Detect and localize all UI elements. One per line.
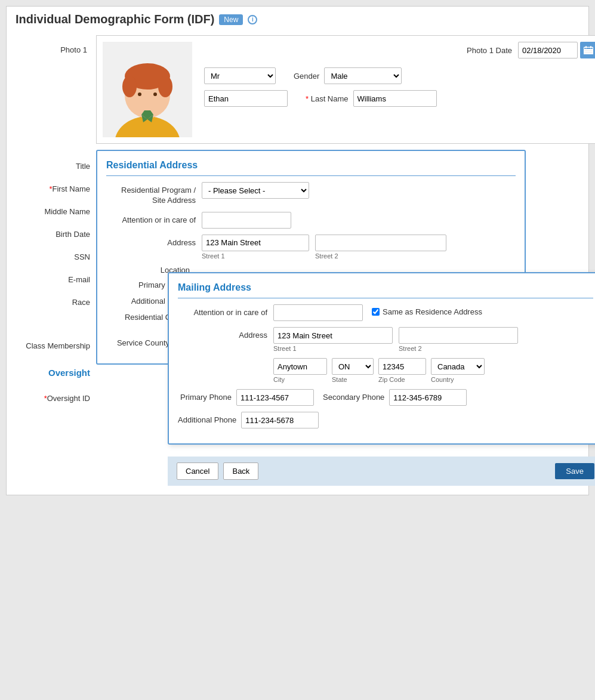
attention-label: Attention or in care of	[106, 212, 196, 226]
additional-phone-label: Additional Phone	[178, 415, 236, 425]
back-button[interactable]: Back	[223, 462, 258, 480]
country-select[interactable]: Canada USA Other	[431, 358, 485, 375]
mailing-street2-sub: Street 2	[399, 345, 518, 352]
first-name-label: * First Name	[16, 177, 96, 200]
last-name-input[interactable]: Williams	[353, 90, 437, 107]
secondary-phone-group: Secondary Phone 112-345-6789	[323, 389, 467, 406]
race-label: Race	[16, 291, 96, 313]
primary-phone-label: Primary Phone	[178, 393, 232, 403]
class-membership-label: Class Membership	[16, 331, 96, 361]
info-icon[interactable]: i	[248, 15, 257, 24]
zip-input[interactable]: 12345	[378, 358, 426, 375]
attention-input[interactable]	[202, 212, 291, 229]
date-field-wrapper: 02/18/2020	[518, 42, 595, 58]
svg-point-5	[122, 76, 137, 97]
page-container: Individual Demographic Form (IDF) New i …	[6, 6, 589, 495]
same-as-residence-label: Same as Residence Address	[383, 307, 482, 316]
main-area: Photo 1 Date 02/18/2020	[96, 35, 595, 486]
additional-phone-group: Additional Phone 111-234-5678	[178, 412, 319, 428]
svg-rect-16	[590, 46, 591, 48]
photo-area[interactable]	[103, 42, 192, 137]
country-sub-label: Country	[431, 376, 485, 383]
address-label: Address	[106, 235, 196, 248]
program-label: Residential Program / Site Address	[106, 182, 196, 206]
mailing-attention-row: Attention or in care of Same as Residenc…	[178, 304, 593, 321]
oversight-id-label: * Oversight ID	[16, 384, 96, 414]
oversight-section-label: Oversight	[16, 361, 96, 384]
gender-label: Gender	[294, 72, 319, 81]
svg-point-6	[158, 76, 172, 97]
secondary-phone-label: Secondary Phone	[323, 393, 384, 403]
phone-row2: Additional Phone 111-234-5678	[178, 412, 593, 428]
title-select[interactable]: Mr Mrs Ms Dr	[204, 67, 276, 84]
mailing-address-label: Address	[178, 327, 267, 341]
phone-row1: Primary Phone 111-123-4567 Secondary Pho…	[178, 389, 593, 406]
calendar-button[interactable]	[580, 42, 595, 58]
address-row: Address 123 Main Street Street 1 Street …	[106, 235, 516, 260]
residential-street1-input[interactable]: 123 Main Street	[202, 235, 309, 251]
mailing-address-title: Mailing Address	[178, 282, 593, 298]
first-name-input[interactable]: Ethan	[204, 90, 288, 107]
title-label: Title	[16, 155, 96, 177]
bottom-bar: Cancel Back Save	[168, 457, 595, 486]
last-name-label: * Last Name	[306, 94, 349, 103]
left-sidebar: Photo 1 Title * First Name Middle Name B…	[16, 35, 96, 486]
svg-point-7	[138, 92, 141, 96]
page-title-area: Individual Demographic Form (IDF) New i	[16, 13, 579, 26]
street1-sub-label: Street 1	[202, 252, 309, 260]
primary-phone-group: Primary Phone 111-123-4567	[178, 389, 314, 406]
photo-date-label: Photo 1 Date	[467, 46, 512, 55]
page-title: Individual Demographic Form (IDF)	[16, 13, 214, 26]
primary-phone-input[interactable]: 111-123-4567	[236, 389, 314, 406]
additional-phone-input[interactable]: 111-234-5678	[241, 412, 319, 428]
mailing-street1-sub: Street 1	[273, 345, 393, 352]
state-select[interactable]: ON AB BC QC	[332, 358, 374, 375]
cancel-button[interactable]: Cancel	[177, 462, 218, 480]
mailing-address-panel: Mailing Address Attention or in care of …	[168, 272, 595, 445]
residential-address-title: Residential Address	[106, 160, 516, 176]
mailing-attention-label: Attention or in care of	[178, 304, 267, 318]
city-input[interactable]: Anytown	[273, 358, 327, 375]
street2-sub-label: Street 2	[315, 252, 446, 260]
svg-rect-15	[585, 46, 587, 48]
zip-sub-label: Zip Code	[378, 376, 426, 383]
photo1-label: Photo 1	[16, 41, 93, 55]
middle-name-label: Middle Name	[16, 200, 96, 223]
svg-point-8	[153, 92, 157, 96]
new-badge: New	[219, 14, 243, 25]
save-button[interactable]: Save	[555, 463, 594, 479]
birth-date-label: Birth Date	[16, 223, 96, 245]
city-state-zip-row: Anytown City ON AB BC QC State	[178, 358, 593, 383]
same-as-residence-wrapper: Same as Residence Address	[372, 307, 482, 316]
right-fields: Photo 1 Date 02/18/2020	[204, 42, 595, 137]
mailing-street1-input[interactable]: 123 Main Street	[273, 327, 393, 344]
mailing-attention-input[interactable]	[273, 304, 363, 321]
mailing-street2-input[interactable]	[399, 327, 518, 344]
state-sub-label: State	[332, 376, 374, 383]
residential-street2-input[interactable]	[315, 235, 446, 251]
ssn-label: SSN	[16, 245, 96, 268]
program-select[interactable]: - Please Select -	[202, 182, 309, 199]
svg-rect-14	[584, 49, 593, 54]
mailing-address-row: Address 123 Main Street Street 1 Street …	[178, 327, 593, 352]
same-as-residence-checkbox[interactable]	[372, 308, 380, 316]
photo-date-input[interactable]: 02/18/2020	[518, 42, 578, 58]
gender-select[interactable]: Male Female Other	[324, 67, 402, 84]
attention-row: Attention or in care of	[106, 212, 516, 229]
email-label: E-mail	[16, 268, 96, 291]
city-sub-label: City	[273, 376, 327, 383]
program-row: Residential Program / Site Address - Ple…	[106, 182, 516, 206]
secondary-phone-input[interactable]: 112-345-6789	[389, 389, 467, 406]
